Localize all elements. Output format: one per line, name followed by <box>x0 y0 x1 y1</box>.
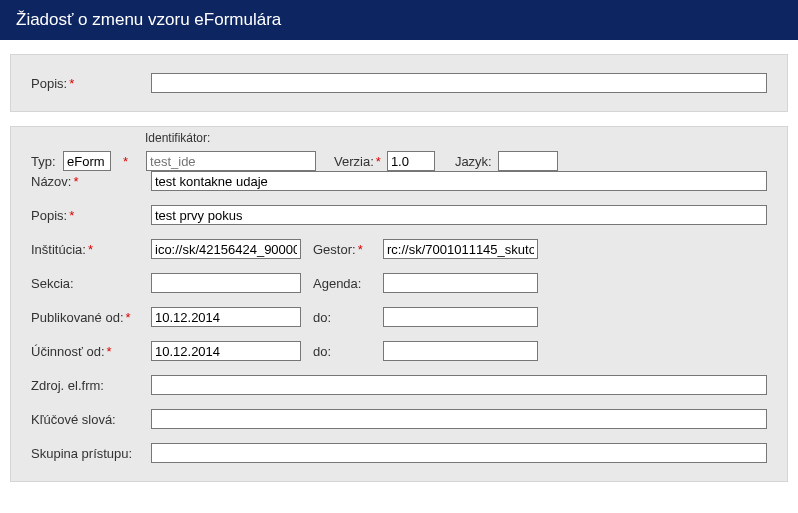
label-nazov: Názov:* <box>31 174 151 189</box>
required-mark: * <box>88 242 93 257</box>
input-identifikator <box>146 151 316 171</box>
label-typ: Typ: <box>31 154 63 169</box>
required-mark: * <box>123 154 128 169</box>
panel-main-form: Identifikátor: Typ: * Verzia:* Jazyk: Ná… <box>10 126 788 482</box>
input-jazyk[interactable] <box>498 151 558 171</box>
required-mark: * <box>69 208 74 223</box>
input-agenda[interactable] <box>383 273 538 293</box>
input-gestor[interactable] <box>383 239 538 259</box>
label-ucinnost-od: Účinnosť od:* <box>31 344 151 359</box>
input-verzia[interactable] <box>387 151 435 171</box>
input-klucove[interactable] <box>151 409 767 429</box>
required-mark: * <box>376 154 381 169</box>
input-popis[interactable] <box>151 205 767 225</box>
page-title: Žiadosť o zmenu vzoru eFormulára <box>16 10 281 29</box>
label-identifikator: Identifikátor: <box>145 131 210 145</box>
label-ucinnost-do: do: <box>313 344 383 359</box>
required-mark: * <box>73 174 78 189</box>
label-jazyk: Jazyk: <box>455 154 492 169</box>
label-verzia: Verzia:* <box>334 154 381 169</box>
page-title-bar: Žiadosť o zmenu vzoru eFormulára <box>0 0 798 40</box>
input-popis-top[interactable] <box>151 73 767 93</box>
label-sekcia: Sekcia: <box>31 276 151 291</box>
label-zdroj: Zdroj. el.frm: <box>31 378 151 393</box>
input-publikovane-od[interactable] <box>151 307 301 327</box>
required-mark: * <box>107 344 112 359</box>
label-popis: Popis:* <box>31 208 151 223</box>
input-typ[interactable] <box>63 151 111 171</box>
input-publikovane-do[interactable] <box>383 307 538 327</box>
label-klucove: Kľúčové slová: <box>31 412 151 427</box>
input-ucinnost-do[interactable] <box>383 341 538 361</box>
input-skupina[interactable] <box>151 443 767 463</box>
input-nazov[interactable] <box>151 171 767 191</box>
input-institucia[interactable] <box>151 239 301 259</box>
input-ucinnost-od[interactable] <box>151 341 301 361</box>
required-mark: * <box>358 242 363 257</box>
label-agenda: Agenda: <box>313 276 383 291</box>
label-skupina: Skupina prístupu: <box>31 446 151 461</box>
input-zdroj[interactable] <box>151 375 767 395</box>
required-mark: * <box>69 76 74 91</box>
required-mark: * <box>126 310 131 325</box>
label-publikovane-do: do: <box>313 310 383 325</box>
panel-top-popis: Popis:* <box>10 54 788 112</box>
label-gestor: Gestor:* <box>313 242 383 257</box>
label-institucia: Inštitúcia:* <box>31 242 151 257</box>
input-sekcia[interactable] <box>151 273 301 293</box>
label-popis-top: Popis:* <box>31 76 151 91</box>
label-publikovane-od: Publikované od:* <box>31 310 151 325</box>
